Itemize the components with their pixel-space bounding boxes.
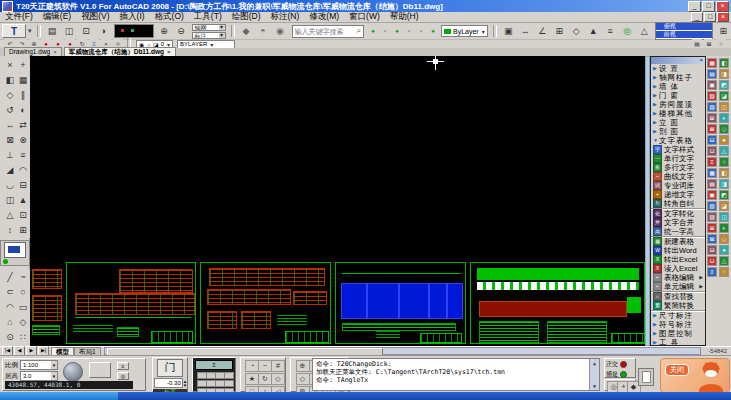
toolbar-icon[interactable]: ▨ <box>707 212 717 222</box>
toolbar-icon[interactable]: ◇ <box>16 315 31 330</box>
toolbar-icon[interactable]: ● <box>392 26 402 36</box>
toolbar-icon[interactable]: ⊖ <box>174 24 189 39</box>
screen-menu-item[interactable]: ▦新建表格 <box>651 236 705 246</box>
screen-menu-item[interactable]: 繁繁简转换 <box>651 301 705 310</box>
toolbar-icon[interactable]: ⊞ <box>716 24 731 39</box>
document-tab[interactable]: 军威物流仓库（结施）Db11.dwg× <box>64 47 176 56</box>
toolbar-icon[interactable]: ≡ <box>16 148 31 163</box>
screen-menu-item[interactable]: ▶轴网柱子 <box>651 73 705 82</box>
screen-menu-item[interactable]: ▶工 具 <box>651 338 705 346</box>
toolbar-icon[interactable]: ∥ <box>16 88 31 103</box>
globe-button[interactable] <box>63 362 83 382</box>
screen-menu-item[interactable]: 多多行文字 <box>651 163 705 172</box>
search-icon[interactable]: ⌕ <box>355 26 363 36</box>
toolbar-icon[interactable]: ⊞ <box>707 113 717 123</box>
toolbar-icon[interactable]: △ <box>637 24 652 39</box>
close-icon[interactable]: × <box>699 57 703 63</box>
toolbar-icon[interactable]: ◇ <box>271 373 285 385</box>
toolbar-icon[interactable]: ⊞ <box>552 24 567 39</box>
floor-height-combo[interactable]: 3.0 <box>20 371 58 381</box>
screen-button[interactable] <box>89 362 111 378</box>
toolbar-icon[interactable]: ◇ <box>719 124 729 134</box>
minimize-button[interactable]: _ <box>688 1 701 12</box>
toolbar-icon[interactable]: ≡ <box>603 24 618 39</box>
horizontal-scrollbar[interactable] <box>104 347 702 355</box>
toolbar-icon[interactable]: ◑ <box>96 24 111 39</box>
screen-menu-item[interactable]: ▼文字表格 <box>651 136 705 145</box>
command-line-window[interactable]: 命令: T20ChangeDick:加载天正菜单文件: C:\Tangent\T… <box>312 358 600 391</box>
screen-menu-item[interactable]: ▪单元编辑▶ <box>651 282 705 291</box>
mascot-assistant[interactable]: 关闭 <box>660 358 730 393</box>
toolbar-icon[interactable]: ◓ <box>256 24 271 39</box>
menu-item[interactable]: 视图(V) <box>76 11 114 23</box>
screen-menu-item[interactable]: ▶立 面 <box>651 118 705 127</box>
toolbar-icon[interactable]: ◠ <box>16 163 31 178</box>
document-tab[interactable]: Drawing1.dwg× <box>4 47 62 56</box>
screen-menu-item[interactable]: 一单行文字 <box>651 154 705 163</box>
toolbar-icon[interactable]: ▨ <box>707 102 717 112</box>
screen-menu-item[interactable]: ▶房间屋顶 <box>651 100 705 109</box>
toolbar-icon[interactable]: ● <box>719 135 729 145</box>
toolbar-icon[interactable]: ▤ <box>707 69 717 79</box>
toolbar-icon[interactable]: ⊟ <box>16 178 31 193</box>
toolbar-icon[interactable]: ◇ <box>719 234 729 244</box>
calculator-key[interactable] <box>224 372 234 379</box>
mini-combo-2[interactable]: 标注 <box>192 32 226 39</box>
toolbar-icon[interactable]: ◩ <box>719 190 729 200</box>
toggle-led[interactable] <box>620 371 627 378</box>
toolbar-icon[interactable]: ◔ <box>245 360 259 372</box>
toolbar-icon[interactable]: ◐ <box>719 223 729 233</box>
screen-menu-item[interactable]: 并文字合并 <box>651 218 705 227</box>
toolbar-icon[interactable]: ↔ <box>518 24 533 39</box>
toolbar-icon[interactable]: ▦ <box>16 73 31 88</box>
screen-menu-item[interactable]: 字文字样式 <box>651 145 705 154</box>
toolbar-icon[interactable]: ● <box>428 26 438 36</box>
mini-combo-1[interactable]: 轴网 <box>192 24 226 31</box>
toolbar-icon[interactable]: ⊕ <box>157 24 172 39</box>
toolbar-icon[interactable]: ~ <box>258 360 272 372</box>
screen-menu-item[interactable]: ▶尺寸标注 <box>651 310 705 320</box>
toolbar-icon[interactable]: ◨ <box>719 69 729 79</box>
toolbar-icon[interactable]: ◪ <box>719 91 729 101</box>
toolbar-icon[interactable]: ▲ <box>16 193 31 208</box>
block-preview-image[interactable] <box>4 242 26 258</box>
toolbar-icon[interactable]: ◐ <box>16 103 31 118</box>
toolbar-icon[interactable]: ⊕ <box>296 360 310 372</box>
elevation-value-input[interactable]: -0.30 <box>154 378 183 388</box>
screen-menu-item[interactable]: ▶设 置 <box>651 64 705 73</box>
screen-menu-item[interactable]: +递增文字 <box>651 190 705 199</box>
drafting-toggle[interactable]: 捕捉 <box>606 370 634 379</box>
screen-menu-item[interactable]: 高统一字高 <box>651 227 705 236</box>
maximize-button[interactable]: □ <box>704 12 716 22</box>
toolbar-icon[interactable]: ▲ <box>586 24 601 39</box>
toolbar-icon[interactable]: ◫ <box>719 212 729 222</box>
menu-item[interactable]: 格式(O) <box>150 11 189 23</box>
toolbar-icon[interactable]: ⊟ <box>707 245 717 255</box>
toolbar-icon[interactable]: ○ <box>719 267 729 277</box>
screen-menu-item[interactable]: ▶符号标注 <box>651 320 705 329</box>
screen-menu-item[interactable]: ▶图层控制 <box>651 329 705 338</box>
toolbar-icon[interactable]: ▧ <box>707 91 717 101</box>
toolbar-icon[interactable]: ▫ <box>380 26 390 36</box>
toolbar-icon[interactable]: ◐ <box>719 113 729 123</box>
toolbar-icon[interactable]: ∠ <box>535 24 550 39</box>
view-list-row[interactable]: 俯视 <box>656 23 712 31</box>
toolbar-icon[interactable]: ◇ <box>296 373 310 385</box>
mascot-close-badge[interactable]: 关闭 <box>665 364 689 376</box>
toolbar-icon[interactable]: ∷ <box>16 330 31 345</box>
screen-menu-item[interactable]: ▶门 窗 <box>651 91 705 100</box>
drawing-canvas[interactable] <box>30 56 645 346</box>
toolbar-icon[interactable]: ◧ <box>719 168 729 178</box>
menu-item[interactable]: 绘图(D) <box>227 11 266 23</box>
toolbar-icon[interactable]: ▭ <box>16 300 31 315</box>
close-button[interactable]: × <box>717 12 729 22</box>
toolbar-icon[interactable]: ◉ <box>273 24 288 39</box>
block-preview-palette[interactable] <box>0 240 30 266</box>
toolbar-icon[interactable]: + <box>16 58 31 73</box>
mini-button-2[interactable]: ◎ <box>117 372 129 380</box>
minimize-button[interactable]: _ <box>691 12 703 22</box>
toolbar-icon[interactable]: ▦ <box>707 168 717 178</box>
logo-dropdown-arrow[interactable]: ▾ <box>28 27 32 35</box>
toolbar-icon[interactable]: # <box>271 360 285 372</box>
toolbar-icon[interactable]: ⊞ <box>16 223 31 238</box>
